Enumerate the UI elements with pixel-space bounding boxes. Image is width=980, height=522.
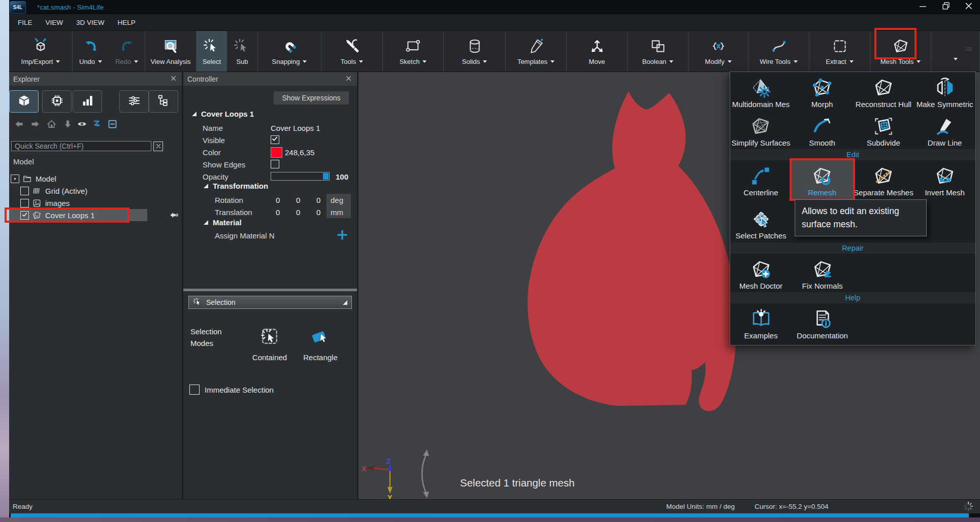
view-button-model[interactable] [9,90,39,113]
tree-item-model[interactable]: Model [9,172,182,185]
tree-item-label: images [45,199,70,207]
view-button-hierarchy[interactable] [149,90,178,113]
tree-item-cover-loops-1[interactable]: Cover Loops 1 [9,209,182,221]
toolbar-overflow-button[interactable] [931,31,979,72]
tool-move[interactable]: Move [567,31,627,72]
rotation-y[interactable]: 0 [296,196,300,204]
translation-y[interactable]: 0 [296,208,300,217]
nav-arrow-down-button[interactable] [61,119,74,131]
undo-icon [82,35,100,57]
rotation-z[interactable]: 0 [316,196,320,204]
selection-mode-contained[interactable]: Contained [244,326,295,362]
menu-item-examples[interactable]: Examples [730,303,792,342]
tool-label: Mesh Tools [880,58,914,65]
tool-label-row: Redo [115,58,138,65]
tool-modify[interactable]: Modify [689,31,748,72]
visible-checkbox[interactable] [271,135,279,144]
locate-arrow-icon[interactable] [169,210,179,222]
tool-snapping[interactable]: Snapping [258,31,321,72]
menu-item-simplify-surfaces[interactable]: Simplify Surfaces [730,111,792,149]
add-material-button[interactable] [336,228,349,243]
menu-item-separate-meshes[interactable]: Separate Meshes [853,160,914,199]
menu-item-select-patches[interactable]: Select Patches [730,199,792,242]
menu-item-documentation[interactable]: Documentation [792,303,853,342]
tool-view-analysis[interactable]: View Analysis [145,31,196,72]
tool-sketch[interactable]: Sketch [383,31,443,72]
selection-section-header[interactable]: Selection [188,296,352,309]
tool-redo[interactable]: Redo [109,31,145,72]
redo-icon [118,35,136,57]
translation-z[interactable]: 0 [316,208,320,217]
entity-group-header[interactable]: Cover Loops 1 [192,110,254,118]
color-swatch[interactable] [271,147,282,158]
nav-home-button[interactable] [45,119,57,131]
menu-item-draw-line[interactable]: Draw Line [914,111,975,149]
restore-button[interactable] [934,0,957,14]
tool-undo[interactable]: Undo [73,31,109,72]
panel-splitter[interactable] [183,289,357,291]
cat-mesh[interactable] [525,88,743,413]
tool-mesh-tools[interactable]: Mesh Tools [870,31,931,72]
menu-file[interactable]: FILE [11,14,39,30]
cat-silhouette[interactable] [528,91,736,411]
menu-item-multidomain-mes[interactable]: Multidomain Mes [730,72,792,111]
tool-label-row: Modify [705,58,731,65]
prop-label: Name [203,124,223,132]
menu-view[interactable]: VIEW [39,14,70,30]
tool-solids[interactable]: Solids [444,31,505,72]
menu-3d-view[interactable]: 3D VIEW [70,14,111,30]
search-clear-button[interactable] [153,142,163,151]
tool-tools[interactable]: Tools [321,31,382,72]
opacity-slider[interactable] [271,172,330,181]
menu-item-morph[interactable]: Morph [792,72,853,111]
show-edges-checkbox[interactable] [271,160,279,168]
view-button-analysis[interactable] [73,90,102,113]
tool-sub[interactable]: Sub [227,31,257,72]
view-button-simulation[interactable] [42,90,72,113]
tool-wire-tools[interactable]: Wire Tools [748,31,809,72]
show-expressions-button[interactable]: Show Expressions [274,91,349,105]
tree-item-images[interactable]: images [9,197,182,209]
menu-item-remesh[interactable]: Remesh [792,160,853,199]
opacity-slider-handle[interactable] [323,173,329,180]
material-header[interactable]: Material [204,218,242,227]
menu-item-mesh-doctor[interactable]: Mesh Doctor [730,254,792,292]
controller-close-button[interactable] [344,75,353,83]
view-button-filters[interactable] [119,90,149,113]
tool-boolean[interactable]: Boolean [628,31,688,72]
menu-item-reconstruct-hull[interactable]: Reconstruct Hull [853,72,914,111]
tool-select[interactable]: Select [197,31,227,72]
menu-item-smooth[interactable]: Smooth [792,111,853,149]
tree-item-grid-active[interactable]: Grid (Active) [9,185,182,197]
explorer-close-button[interactable] [169,75,178,83]
menu-help[interactable]: HELP [111,14,142,30]
close-button[interactable] [957,0,980,14]
tool-templates[interactable]: Templates [506,31,566,72]
menu-item-fix-normals[interactable]: Fix Normals [792,254,853,292]
close-x-icon [345,75,352,83]
menu-item-subdivide[interactable]: Subdivide [853,111,914,149]
selection-mode-rectangle[interactable]: Rectangle [295,326,346,362]
nav-eye-button[interactable] [76,119,88,131]
tree-checkbox[interactable] [20,187,29,195]
search-input[interactable] [11,141,151,151]
color-value[interactable]: 248,6,35 [285,148,314,157]
tree-checkbox[interactable] [20,211,29,220]
tool-extract[interactable]: Extract [809,31,870,72]
immediate-selection-checkbox[interactable] [189,385,200,395]
tool-imp-export[interactable]: Imp/Export [9,31,72,72]
prop-value[interactable]: Cover Loops 1 [271,124,320,132]
minimize-button[interactable] [911,0,934,14]
menu-item-invert-mesh[interactable]: Invert Mesh [914,160,975,199]
menu-item-make-symmetric[interactable]: Make Symmetric [914,72,975,111]
tree-checkbox[interactable] [20,199,29,207]
nav-arrow-left-button[interactable] [13,119,25,131]
rotation-x[interactable]: 0 [276,196,280,204]
transformation-header[interactable]: Transformation [204,182,268,190]
nav-zoom-line-button[interactable] [91,119,103,131]
nav-arrow-right-button[interactable] [29,119,41,131]
tree-expand-box[interactable] [11,175,19,183]
translation-x[interactable]: 0 [276,208,280,217]
nav-collapse-all-button[interactable] [106,119,118,131]
menu-item-centerline[interactable]: Centerline [730,160,792,199]
